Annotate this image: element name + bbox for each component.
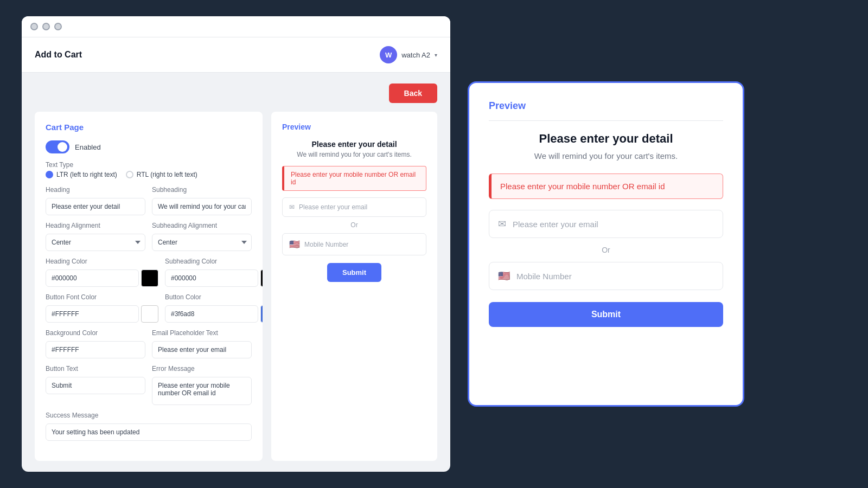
two-col-layout: Cart Page Enabled Text Type LTR (left to… [35,112,437,461]
success-message-label: Success Message [46,412,252,419]
envelope-icon-small: ✉ [289,203,295,211]
preview-submit-btn-small[interactable]: Submit [327,263,381,282]
error-banner-small: Please enter your mobile number OR email… [282,166,426,191]
rtl-option[interactable]: RTL (right to left text) [126,171,197,178]
button-text-label: Button Text [46,365,145,373]
heading-alignment-label: Heading Alignment [46,222,145,229]
right-subheading: We will remind you for your cart's items… [489,151,723,160]
button-color-group: Button Color [165,293,263,323]
rtl-label: RTL (right to left text) [137,171,197,178]
button-font-color-group: Button Font Color [46,293,158,323]
right-phone-input: 🇺🇸 Mobile Number [489,262,723,290]
success-message-input[interactable] [46,423,252,441]
heading-group: Heading [46,186,145,215]
subheading-alignment-label: Subheading Alignment [152,222,252,229]
back-button[interactable]: Back [389,84,437,103]
button-font-color-swatch[interactable] [141,305,158,323]
background-color-input[interactable] [46,341,145,358]
button-font-color-row [46,305,158,323]
subheading-color-swatch[interactable] [260,269,263,287]
settings-title: Cart Page [46,123,252,132]
button-text-input[interactable] [46,377,145,394]
user-name: watch A2 [401,51,430,59]
user-menu[interactable]: W watch A2 ▾ [380,46,437,63]
phone-input-small: 🇺🇸 Mobile Number [282,233,426,255]
right-preview-title: Preview [489,100,723,121]
button-color-swatch[interactable] [260,305,263,323]
heading-color-group: Heading Color [46,258,158,287]
enabled-toggle-row: Enabled [46,140,252,153]
text-type-label: Text Type [46,161,252,169]
background-color-label: Background Color [46,329,145,337]
user-avatar: W [380,46,397,63]
subheading-alignment-select[interactable]: Center Left Right [152,234,252,251]
button-font-color-label: Button Font Color [46,293,158,301]
right-submit-button[interactable]: Submit [489,302,723,327]
or-divider-small: Or [282,221,426,229]
button-color-row [165,305,263,323]
window-dot-1 [30,23,38,30]
right-heading: Please enter your detail [489,132,723,146]
alignment-grid: Heading Alignment Center Left Right Subh… [46,222,252,251]
right-email-input: ✉ Please enter your email [489,210,723,238]
envelope-icon-large: ✉ [498,218,506,230]
bg-email-grid: Background Color Email Placeholder Text [46,329,252,358]
background-color-row [46,341,145,358]
heading-label: Heading [46,186,145,194]
subheading-group: Subheading [152,186,252,215]
window-titlebar [22,16,450,37]
right-phone-placeholder: Mobile Number [516,272,572,281]
heading-color-row [46,269,158,287]
back-btn-row: Back [35,84,437,103]
error-message-label: Error Message [152,365,252,373]
ltr-label: LTR (left to right text) [56,171,117,178]
error-message-group: Error Message Please enter your mobile n… [152,365,252,405]
background-color-group: Background Color [46,329,145,358]
ltr-option[interactable]: LTR (left to right text) [46,171,117,178]
heading-color-input[interactable] [46,269,139,287]
email-placeholder-group: Email Placeholder Text [152,329,252,358]
heading-input[interactable] [46,198,145,215]
rtl-radio[interactable] [126,171,133,178]
preview-subheading-small: We will remind you for your cart's items… [282,151,426,158]
heading-color-swatch[interactable] [141,269,158,287]
error-message-input[interactable]: Please enter your mobile number OR email… [152,377,252,405]
preview-panel-small: Preview Please enter your detail We will… [271,112,437,461]
ltr-radio[interactable] [46,171,53,178]
button-color-input[interactable] [165,305,258,323]
heading-alignment-group: Heading Alignment Center Left Right [46,222,145,251]
settings-panel: Cart Page Enabled Text Type LTR (left to… [35,112,263,461]
app-content: Back Cart Page Enabled Text Type [22,73,450,472]
enabled-toggle[interactable] [46,140,69,153]
phone-placeholder-small: Mobile Number [304,241,348,248]
app-title: Add to Cart [35,50,82,60]
email-input-small: ✉ Please enter your email [282,197,426,217]
email-placeholder-input[interactable] [152,341,252,358]
right-email-placeholder: Please enter your email [513,220,598,229]
preview-heading-small: Please enter your detail [282,140,426,149]
right-error-banner: Please enter your mobile number OR email… [489,174,723,199]
text-type-row: LTR (left to right text) RTL (right to l… [46,171,252,178]
email-placeholder-small: Please enter your email [299,203,367,211]
heading-alignment-select[interactable]: Center Left Right [46,234,145,251]
right-preview-card: Preview Please enter your detail We will… [468,81,744,407]
enabled-label: Enabled [75,143,101,151]
preview-content-small: Please enter your detail We will remind … [282,140,426,282]
heading-color-grid: Heading Color Subheading Color [46,258,252,287]
chevron-down-icon: ▾ [435,52,437,58]
button-text-group: Button Text [46,365,145,405]
email-placeholder-label: Email Placeholder Text [152,329,252,337]
subheading-color-label: Subheading Color [165,258,263,265]
subheading-label: Subheading [152,186,252,194]
button-error-grid: Button Text Error Message Please enter y… [46,365,252,405]
subheading-input[interactable] [152,198,252,215]
button-font-color-input[interactable] [46,305,139,323]
flag-icon-large: 🇺🇸 [498,270,510,282]
button-color-label: Button Color [165,293,263,301]
window-dot-2 [42,23,50,30]
button-color-grid: Button Font Color Button Color [46,293,252,323]
subheading-alignment-group: Subheading Alignment Center Left Right [152,222,252,251]
subheading-color-input[interactable] [165,269,258,287]
heading-color-label: Heading Color [46,258,158,265]
success-message-group: Success Message [46,412,252,441]
